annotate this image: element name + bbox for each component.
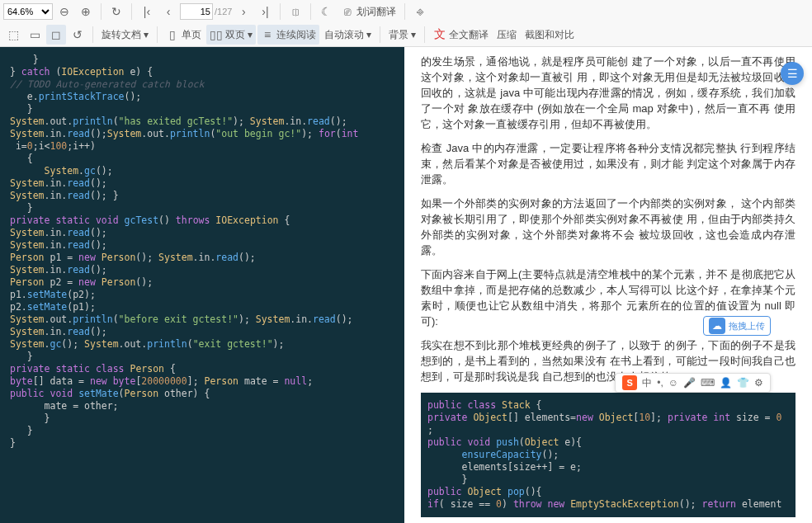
upload-label: 拖拽上传 <box>729 320 765 332</box>
ime-voice-icon[interactable]: 🎤 <box>683 377 696 389</box>
reflow-button[interactable]: ↺ <box>68 25 87 45</box>
chevron-down-icon: ▾ <box>248 29 253 40</box>
paragraph-1: 的发生场景，通俗地说，就是程序员可能创 建了一个对象，以后一直不再使用这个对象，… <box>421 54 795 132</box>
ime-lang[interactable]: 中 <box>642 376 652 390</box>
screenshot-compare-button[interactable]: 截图和对比 <box>522 25 578 45</box>
rotate-button[interactable]: ↻ <box>106 2 126 21</box>
first-icon: |‹ <box>140 5 153 18</box>
ime-punct-icon[interactable]: •, <box>657 377 663 389</box>
sogou-logo-icon: S <box>622 375 637 390</box>
actual-size-button[interactable]: ◻ <box>46 25 66 45</box>
paragraph-3: 如果一个外部类的实例对象的方法返回了一个内部类的实例对象， 这个内部类对象被长期… <box>421 196 795 258</box>
continuous-icon: ≡ <box>261 28 274 41</box>
compress-button[interactable]: 压缩 <box>493 25 520 45</box>
bookmark-button[interactable]: ⎅ <box>286 2 305 21</box>
translate-doc-icon: 文 <box>433 28 446 41</box>
moon-icon: ☾ <box>319 5 333 18</box>
next-page-button[interactable]: › <box>234 2 253 21</box>
reflow-icon: ↺ <box>71 28 84 41</box>
last-icon: ›| <box>258 5 271 18</box>
chevron-down-icon: ▾ <box>144 29 149 40</box>
night-mode-button[interactable]: ☾ <box>316 2 336 21</box>
left-page-code: } } catch (IOException e) { // TODO Auto… <box>0 47 404 523</box>
prev-page-button[interactable]: ‹ <box>158 2 178 21</box>
fit-page-icon: ▭ <box>28 28 41 41</box>
right-code-block: public class Stack { private Object[] el… <box>421 393 795 517</box>
fit-page-button[interactable]: ▭ <box>25 25 45 45</box>
full-translate-button[interactable]: 文全文翻译 <box>430 25 492 45</box>
actual-icon: ◻ <box>50 28 63 41</box>
zoom-select[interactable]: 64.6% <box>3 3 53 20</box>
single-page-icon: ▯ <box>166 28 179 41</box>
ime-keyboard-icon[interactable]: ⌨ <box>701 377 715 389</box>
prev-icon: ‹ <box>162 5 175 18</box>
page-total: /127 <box>215 7 232 16</box>
zoom-in-icon: ⊕ <box>79 5 92 18</box>
translate-icon: ⎚ <box>341 5 354 18</box>
paragraph-2: 检查 Java 中的内存泄露，一定要让程序将各种分支情况都完整执 行到程序结束，… <box>421 140 795 187</box>
auto-scroll-button[interactable]: 自动滚动 ▾ <box>321 25 375 45</box>
fit-width-icon: ⬚ <box>7 28 20 41</box>
last-page-button[interactable]: ›| <box>255 2 275 21</box>
toolbar-row-1: 64.6% ⊖ ⊕ ↻ |‹ ‹ /127 › ›| ⎅ ☾ ⎚划词翻译 ⎆ <box>0 0 812 23</box>
rotate-icon: ↻ <box>110 5 123 18</box>
ime-skin-icon[interactable]: 👕 <box>737 377 749 389</box>
zoom-out-button[interactable]: ⊖ <box>54 2 74 21</box>
ime-toolbox-icon[interactable]: ⚙ <box>754 377 763 389</box>
next-icon: › <box>237 5 250 18</box>
continuous-button[interactable]: ≡连续阅读 <box>257 25 319 45</box>
zoom-out-icon: ⊖ <box>58 5 71 18</box>
assistant-icon: ☰ <box>787 67 798 80</box>
background-button[interactable]: 背景 ▾ <box>385 25 419 45</box>
ime-user-icon[interactable]: 👤 <box>720 377 732 389</box>
rotate-doc-button[interactable]: 旋转文档 ▾ <box>98 25 152 45</box>
toolbar-row-2: ⬚ ▭ ◻ ↺ 旋转文档 ▾ ▯单页 ▯▯双页 ▾ ≡连续阅读 自动滚动 ▾ 背… <box>0 23 812 46</box>
double-page-button[interactable]: ▯▯双页 ▾ <box>206 25 256 45</box>
fit-width-button[interactable]: ⬚ <box>3 25 23 45</box>
ime-emoji-icon[interactable]: ☺ <box>668 377 678 389</box>
edit-icon: ⎆ <box>413 5 427 18</box>
cloud-upload-icon: ☁ <box>709 318 725 334</box>
chevron-down-icon: ▾ <box>411 29 416 40</box>
zoom-in-button[interactable]: ⊕ <box>76 2 96 21</box>
word-translate-button[interactable]: ⎚划词翻译 <box>338 2 399 21</box>
single-page-button[interactable]: ▯单页 <box>163 25 205 45</box>
document-content: } } catch (IOException e) { // TODO Auto… <box>0 47 812 523</box>
edit-button[interactable]: ⎆ <box>410 2 430 21</box>
assistant-floating-button[interactable]: ☰ <box>781 62 804 85</box>
right-page-text: 的发生场景，通俗地说，就是程序员可能创 建了一个对象，以后一直不再使用这个对象，… <box>404 47 812 523</box>
page-input[interactable] <box>180 3 213 20</box>
chevron-down-icon: ▾ <box>366 29 371 40</box>
toolbar: 64.6% ⊖ ⊕ ↻ |‹ ‹ /127 › ›| ⎅ ☾ ⎚划词翻译 ⎆ ⬚… <box>0 0 812 47</box>
upload-badge[interactable]: ☁ 拖拽上传 <box>703 316 771 336</box>
bookmark-icon: ⎅ <box>289 5 302 18</box>
double-page-icon: ▯▯ <box>210 28 223 41</box>
ime-toolbar[interactable]: S 中 •, ☺ 🎤 ⌨ 👤 👕 ⚙ <box>615 373 771 393</box>
first-page-button[interactable]: |‹ <box>137 2 157 21</box>
